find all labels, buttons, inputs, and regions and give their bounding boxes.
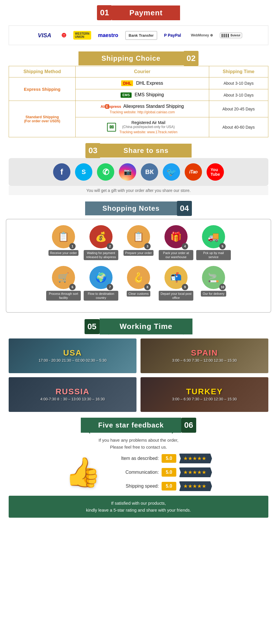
airmail-name: Registered Air Mail bbox=[119, 120, 177, 125]
step-8-label: Clear customs bbox=[127, 291, 150, 297]
turkey-card: TURKEY 3:00 – 6:30 7:30 – 12:00 12:30 – … bbox=[141, 377, 268, 412]
instagram-icon[interactable]: 📷 bbox=[119, 163, 136, 181]
section-01-num: 01 bbox=[97, 5, 112, 20]
shipping-title: Shipping Choice bbox=[78, 51, 184, 65]
ems-time-cell: About 3-10 Days bbox=[209, 89, 268, 101]
step-10-label: Our for delivery bbox=[201, 291, 226, 297]
ali-logo: AliExpress bbox=[101, 104, 121, 109]
step-4-num: 4 bbox=[182, 243, 188, 249]
step-7: 🌍 7 Flow to destination country bbox=[84, 266, 118, 301]
spain-name: SPAIN bbox=[172, 348, 237, 358]
ratings-column: Item as described: 5.0 ★★★★★ Communicati… bbox=[110, 454, 212, 491]
spain-content: SPAIN 3:00 – 6:30 7:30 – 12:00 12:30 – 1… bbox=[172, 348, 237, 364]
section-02: Shipping Choice 02 Shipping Method Couri… bbox=[0, 51, 277, 137]
step-3: 📋 3 Prepare your order bbox=[121, 225, 156, 260]
itao-icon[interactable]: iTao bbox=[185, 163, 202, 181]
bank-transfer-icon: Bank Transfer bbox=[125, 31, 157, 40]
spain-hours: 3:00 – 6:30 7:30 – 12:00 12:30 – 15:30 bbox=[172, 358, 237, 364]
col-method: Shipping Method bbox=[9, 66, 76, 77]
shipping-score: 5.0 bbox=[162, 482, 176, 491]
turkey-content: TURKEY 3:00 – 6:30 7:30 – 12:00 12:30 – … bbox=[172, 387, 237, 402]
step-5-label: Pck up by mail service bbox=[196, 250, 231, 260]
step-6-num: 6 bbox=[69, 284, 76, 290]
step-4-label: Pack your order at our warehouse bbox=[159, 250, 193, 260]
section-06: Five star feedback 06 If you have any pr… bbox=[0, 418, 277, 518]
feedback-footer: If satisfied with our products, kindly l… bbox=[9, 496, 268, 518]
webmoney-icon: WebMoney ⊕ bbox=[188, 32, 216, 39]
facebook-icon[interactable]: f bbox=[53, 163, 70, 181]
described-score: 5.0 bbox=[162, 454, 176, 463]
described-stars: ★★★★★ bbox=[179, 454, 212, 463]
step-3-num: 3 bbox=[144, 243, 151, 249]
step-7-num: 7 bbox=[107, 284, 113, 290]
step-3-label: Prepare your order bbox=[123, 250, 154, 256]
feedback-header: Five star feedback 06 bbox=[0, 418, 277, 433]
usa-name: USA bbox=[39, 348, 107, 358]
dhl-courier-cell: DHL DHL Express bbox=[76, 77, 209, 89]
step-8-num: 8 bbox=[144, 284, 151, 290]
step-3-icon: 📋 3 bbox=[127, 225, 150, 248]
russia-name: RUSSIA bbox=[40, 387, 105, 396]
usa-card: USA 17:00 - 20:30 21:30 – 02:00 02:30 – … bbox=[9, 338, 136, 373]
working-title: Working Time bbox=[100, 319, 193, 334]
step-4-icon: 🎁 4 bbox=[164, 225, 188, 248]
ali-name: Aliexpress Standard Shipping bbox=[123, 104, 184, 109]
table-row: Express Shipping DHL DHL Express About 3… bbox=[9, 77, 268, 89]
section-04: Shopping Notes 04 📋 1 Receive your order… bbox=[0, 201, 277, 313]
step-9-num: 9 bbox=[182, 284, 188, 290]
dhl-logo: DHL bbox=[121, 80, 133, 86]
visa-icon: VISA bbox=[35, 30, 54, 40]
vk-icon[interactable]: ВК bbox=[141, 163, 158, 181]
step-4: 🎁 4 Pack your order at our warehouse bbox=[159, 225, 193, 260]
step-10-icon: 🚬 10 bbox=[202, 266, 225, 289]
shopping-header: Shopping Notes 04 bbox=[0, 201, 277, 216]
standard-method-cell: Standard Shipping (For order over USD5) bbox=[9, 101, 76, 137]
share-header: 03 Share to sns bbox=[0, 143, 277, 158]
step-8: 🪝 8 Clear customs bbox=[121, 266, 156, 301]
communication-score: 5.0 bbox=[162, 468, 176, 477]
ems-courier-cell: EMS EMS Shipping bbox=[76, 89, 209, 101]
step-6-icon: 🛒 6 bbox=[52, 266, 75, 289]
step-1-label: Receive your order bbox=[48, 250, 79, 256]
section-03: 03 Share to sns f S ✆ 📷 ВК 🐦 iTao YouTub… bbox=[0, 143, 277, 195]
feedback-subtitle: If you have any problems about the order… bbox=[0, 437, 277, 451]
rating-row-shipping: Shipping speed: 5.0 ★★★★★ bbox=[110, 481, 212, 491]
airmail-track: Tracking website: www.17track.net/en bbox=[119, 130, 177, 134]
usa-hours: 17:00 - 20:30 21:30 – 02:00 02:30 – 5:30 bbox=[39, 358, 107, 364]
ali-time-cell: About 20-45 Days bbox=[209, 101, 268, 117]
step-2-label: Waiting for payment released by alixpres… bbox=[84, 250, 118, 260]
step-8-icon: 🪝 8 bbox=[127, 266, 150, 289]
rating-row-described: Item as described: 5.0 ★★★★★ bbox=[110, 454, 212, 463]
step-9-label: Depart your local post office bbox=[159, 291, 193, 301]
feedback-section: 👍 Item as described: 5.0 ★★★★★ Communica… bbox=[9, 454, 268, 491]
boletol-icon: ▌▌▌▌ Boletol bbox=[220, 33, 242, 38]
maestro-icon: maestro bbox=[95, 31, 121, 40]
dhl-time-cell: About 3-10 Days bbox=[209, 77, 268, 89]
shopping-title: Shopping Notes bbox=[85, 201, 177, 215]
described-label: Item as described: bbox=[110, 456, 159, 461]
steps-row-1: 📋 1 Receive your order 💰 2 Waiting for p… bbox=[12, 225, 265, 260]
shipping-header: Shipping Choice 02 bbox=[0, 51, 277, 66]
youtube-icon[interactable]: YouTube bbox=[207, 163, 224, 181]
working-header: 05 Working Time bbox=[0, 319, 277, 334]
step-1-num: 1 bbox=[69, 243, 76, 249]
dhl-name: DHL Express bbox=[136, 81, 163, 86]
step-10-num: 10 bbox=[219, 284, 226, 290]
payment-header: 01 Payment bbox=[0, 5, 277, 20]
paypal-icon: P PayPal bbox=[161, 31, 184, 39]
share-title: Share to sns bbox=[100, 144, 192, 158]
step-2-icon: 💰 2 bbox=[89, 225, 113, 248]
payment-title: Payment bbox=[112, 5, 180, 20]
whatsapp-icon[interactable]: ✆ bbox=[97, 163, 114, 181]
mastercard-icon: ⊕ bbox=[58, 30, 69, 41]
twitter-icon[interactable]: 🐦 bbox=[163, 163, 180, 181]
communication-stars: ★★★★★ bbox=[179, 467, 212, 477]
skype-icon[interactable]: S bbox=[75, 163, 92, 181]
cnpost-logo: ✉ bbox=[107, 123, 116, 132]
russia-content: RUSSIA 4:00-7:30 8：30 – 13:00 13:30 – 16… bbox=[40, 387, 105, 402]
step-9: 📬 9 Depart your local post office bbox=[159, 266, 193, 301]
ali-track: Tracking website: http://global.cainiao.… bbox=[80, 110, 205, 114]
step-2: 💰 2 Waiting for payment released by alix… bbox=[84, 225, 118, 260]
western-union-icon: WESTERNUNION bbox=[73, 31, 91, 40]
step-5-num: 5 bbox=[219, 243, 226, 249]
